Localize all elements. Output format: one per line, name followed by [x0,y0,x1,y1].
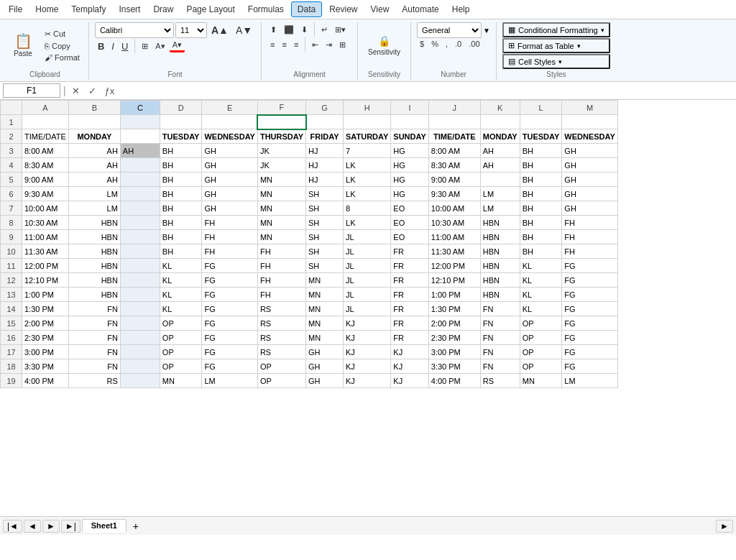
cell[interactable]: GH [562,173,618,187]
cell[interactable] [257,115,305,129]
bold-button[interactable]: B [95,40,107,52]
cell[interactable]: 12:10 PM [22,273,69,288]
cell[interactable]: FG [202,302,258,316]
cell[interactable]: SH [306,216,344,230]
cell[interactable]: 8:00 AM [428,144,480,158]
cell[interactable]: FN [480,316,520,331]
menu-data[interactable]: Data [291,1,322,17]
formula-input[interactable] [120,84,733,97]
menu-insert[interactable]: Insert [113,2,146,17]
cancel-formula-button[interactable]: ✕ [69,85,83,97]
cell[interactable]: WEDNESDAY [562,129,618,144]
borders-button[interactable]: ⊞ [139,41,151,52]
cell[interactable]: LM [562,374,618,388]
cell[interactable]: SATURDAY [344,129,391,144]
cell[interactable]: 3:30 PM [22,359,69,374]
cell[interactable]: 3:00 PM [22,345,69,359]
cell[interactable]: 11:00 AM [22,230,69,244]
menu-draw[interactable]: Draw [147,2,179,17]
cell[interactable]: 2:00 PM [22,316,69,331]
cell[interactable]: OP [160,331,202,345]
cell[interactable]: FN [68,302,120,316]
cell[interactable]: GH [562,187,618,201]
sheet-grid-wrapper[interactable]: A B C D E F G H I J K L M 12TIME/DATEMON… [0,100,736,516]
first-sheet-button[interactable]: |◄ [3,520,22,533]
menu-review[interactable]: Review [323,2,363,17]
cell[interactable]: FH [257,244,305,259]
cell[interactable]: GH [562,158,618,173]
cell[interactable]: LK [344,158,391,173]
cell[interactable] [120,345,160,359]
cell[interactable]: FR [391,273,428,288]
currency-button[interactable]: $ [417,39,427,49]
cell[interactable]: FG [202,359,258,374]
cell[interactable]: HBN [480,216,520,230]
cell[interactable] [120,302,160,316]
cell[interactable]: HBN [68,288,120,302]
cell-styles-button[interactable]: ▤ Cell Styles ▾ [502,54,610,69]
cell[interactable] [391,115,428,129]
cell[interactable]: BH [160,201,202,216]
cell[interactable]: FG [202,345,258,359]
col-header-M[interactable]: M [562,101,618,115]
cell[interactable]: EO [391,201,428,216]
cell[interactable]: 1:00 PM [428,288,480,302]
col-header-B[interactable]: B [68,101,120,115]
cell[interactable]: KL [160,288,202,302]
col-header-E[interactable]: E [202,101,258,115]
cell[interactable]: KL [160,259,202,273]
cell[interactable]: FG [562,359,618,374]
col-header-I[interactable]: I [391,101,428,115]
cell[interactable]: KJ [344,359,391,374]
cell[interactable] [120,230,160,244]
cell[interactable] [120,158,160,173]
cell[interactable]: OP [160,316,202,331]
menu-templafy[interactable]: Templafy [65,2,111,17]
cell[interactable]: MN [520,374,562,388]
cell[interactable]: JL [344,302,391,316]
cell[interactable]: BH [520,144,562,158]
cell[interactable] [120,115,160,129]
cell[interactable]: GH [306,359,344,374]
cell[interactable]: LM [68,187,120,201]
cell[interactable]: LM [480,187,520,201]
cell[interactable]: 1:30 PM [22,302,69,316]
cell[interactable]: 10:30 AM [22,216,69,230]
cell[interactable]: JL [344,230,391,244]
cell[interactable]: FRIDAY [306,129,344,144]
cell[interactable]: FN [68,316,120,331]
cell[interactable]: GH [202,158,258,173]
font-size-select[interactable]: 11 [175,22,207,38]
col-header-F[interactable]: F [257,101,305,115]
cut-button[interactable]: ✂ Cut [42,29,83,40]
paste-button[interactable]: 📋 Paste [7,24,39,68]
font-name-select[interactable]: Calibri [95,22,174,38]
cell[interactable]: 11:30 AM [428,244,480,259]
cell[interactable]: JK [257,158,305,173]
cell[interactable]: HBN [480,230,520,244]
row-header-7[interactable]: 7 [1,201,22,216]
cell[interactable]: 12:10 PM [428,273,480,288]
cell[interactable]: RS [68,374,120,388]
cell[interactable]: JL [344,259,391,273]
row-header-4[interactable]: 4 [1,158,22,173]
cell[interactable]: HG [391,187,428,201]
cell[interactable]: BH [520,158,562,173]
cell[interactable] [120,288,160,302]
cell[interactable]: GH [202,187,258,201]
align-left-button[interactable]: ≡ [267,40,277,50]
cell[interactable]: HBN [480,244,520,259]
cell[interactable]: JK [257,144,305,158]
number-format-select[interactable]: General [417,22,482,38]
cell[interactable]: HBN [480,273,520,288]
prev-sheet-button[interactable]: ◄ [24,520,41,533]
cell[interactable]: MN [257,173,305,187]
cell[interactable]: FH [257,259,305,273]
cell[interactable]: HJ [306,173,344,187]
cell[interactable]: 1:30 PM [428,302,480,316]
row-header-2[interactable]: 2 [1,129,22,144]
cell[interactable]: FG [562,273,618,288]
scroll-right-button[interactable]: ► [716,520,733,533]
cell[interactable]: HBN [68,244,120,259]
cell[interactable]: FH [202,244,258,259]
